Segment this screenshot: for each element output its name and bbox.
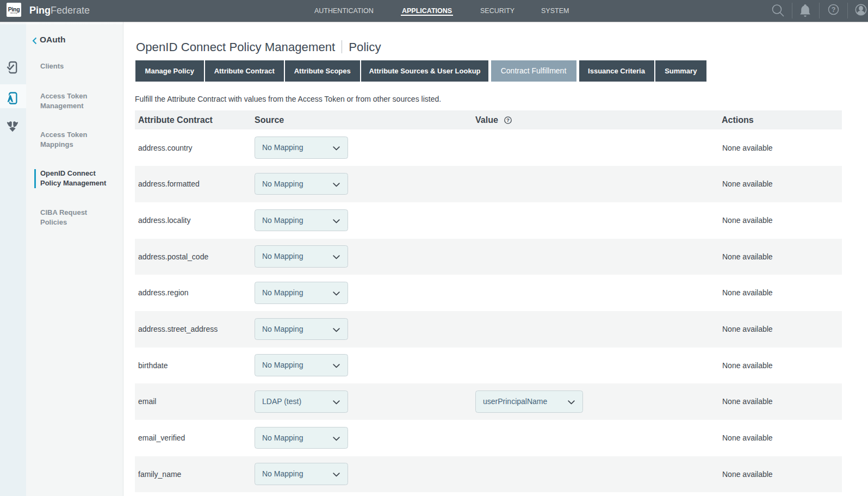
svg-text:?: ?	[506, 117, 510, 123]
svg-text:?: ?	[832, 6, 836, 14]
